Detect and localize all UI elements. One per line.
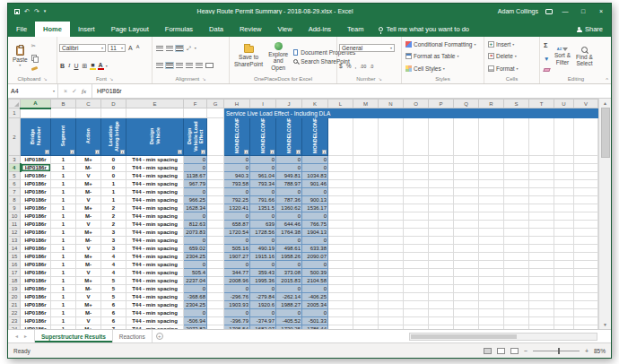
- cell-L5[interactable]: [328, 172, 353, 180]
- header-C2[interactable]: Action▼: [76, 118, 101, 156]
- tell-me-box[interactable]: Tell me what you want to do: [371, 22, 476, 37]
- underline-button[interactable]: U: [73, 63, 79, 69]
- cell-J23[interactable]: -405.52: [276, 317, 302, 325]
- cell-O3[interactable]: [404, 156, 429, 164]
- cell-U21[interactable]: [554, 301, 574, 309]
- zoom-out-icon[interactable]: −: [524, 348, 527, 354]
- cell-M15[interactable]: [353, 253, 379, 261]
- cell-O17[interactable]: [404, 269, 429, 277]
- cell-V4[interactable]: [574, 164, 598, 172]
- cell-M10[interactable]: [353, 212, 379, 221]
- horizontal-scroll-thumb[interactable]: [411, 334, 517, 339]
- cell-Q19[interactable]: [454, 285, 479, 293]
- explore-and-open-button[interactable]: Explore and Open: [266, 39, 291, 74]
- cell-I14[interactable]: 490.19: [250, 245, 276, 253]
- cell-I18[interactable]: 1995.36: [250, 277, 276, 285]
- cell-K8[interactable]: 900.13: [302, 196, 328, 204]
- cell-I3[interactable]: 0: [250, 156, 276, 164]
- header-I2[interactable]: MONDELCONFIG_3876▼: [250, 118, 276, 156]
- number-dialog-launcher-icon[interactable]: ↘: [379, 76, 382, 82]
- cell-T24[interactable]: [529, 325, 554, 330]
- cell-R7[interactable]: [479, 188, 504, 196]
- insert-cells-button[interactable]: Insert▾: [488, 41, 536, 48]
- cell-Q17[interactable]: [454, 269, 479, 277]
- filter-button-A[interactable]: ▼: [45, 150, 49, 154]
- cell-M19[interactable]: [353, 285, 379, 293]
- cell-Q21[interactable]: [454, 301, 479, 309]
- cell-I10[interactable]: 0: [250, 212, 276, 221]
- cell-N8[interactable]: [379, 196, 404, 204]
- zoom-in-icon[interactable]: +: [585, 348, 588, 354]
- cell-L12[interactable]: [328, 229, 353, 237]
- cell-C22[interactable]: M-: [76, 309, 101, 317]
- format-cells-button[interactable]: Format▾: [488, 65, 536, 72]
- cell-U13[interactable]: [554, 237, 574, 245]
- cell-F24[interactable]: 2073.83: [184, 325, 207, 330]
- cell-G16[interactable]: [207, 261, 224, 269]
- cell-T20[interactable]: [529, 293, 554, 301]
- cell-A4[interactable]: HP0186r: [21, 164, 51, 172]
- cell-I4[interactable]: 0: [250, 164, 276, 172]
- orientation-icon[interactable]: ⤢: [186, 46, 192, 51]
- cell-O8[interactable]: [404, 196, 429, 204]
- tab-data[interactable]: Data: [201, 22, 231, 37]
- cell-V15[interactable]: [574, 253, 598, 261]
- cell-I5[interactable]: 961.04: [250, 172, 276, 180]
- cell-I6[interactable]: 793.34: [250, 180, 276, 188]
- cell-M21[interactable]: [353, 301, 379, 309]
- cell-J17[interactable]: 373.08: [276, 269, 302, 277]
- cell-Q23[interactable]: [454, 317, 479, 325]
- cell-Q20[interactable]: [454, 293, 479, 301]
- cell-G12[interactable]: [207, 229, 224, 237]
- cell-G6[interactable]: [207, 180, 224, 188]
- tab-insert[interactable]: Insert: [70, 22, 103, 37]
- cell-K12[interactable]: 1904.13: [302, 229, 328, 237]
- cell-B23[interactable]: 1: [51, 317, 76, 325]
- cell-M16[interactable]: [353, 261, 379, 269]
- cell-F15[interactable]: 2304.25: [184, 253, 207, 261]
- cell-L4[interactable]: [328, 164, 353, 172]
- cell-V11[interactable]: [574, 221, 598, 229]
- row-header-10[interactable]: 10: [9, 212, 21, 221]
- cell-M17[interactable]: [353, 269, 379, 277]
- cell-N6[interactable]: [379, 180, 404, 188]
- sort-filter-button[interactable]: AZ Sort & Filter: [552, 39, 573, 74]
- save-to-sharepoint-button[interactable]: Save to SharePoint: [231, 39, 266, 74]
- cell-M22[interactable]: [353, 309, 379, 317]
- cell-V21[interactable]: [574, 301, 598, 309]
- cell-J15[interactable]: 1958.26: [276, 253, 302, 261]
- vertical-scrollbar[interactable]: ▲ ▼: [598, 99, 611, 329]
- cell-J19[interactable]: 0: [276, 285, 302, 293]
- cell-S15[interactable]: [504, 253, 529, 261]
- cell-S20[interactable]: [504, 293, 529, 301]
- col-header-P[interactable]: P: [429, 100, 454, 108]
- cell-U16[interactable]: [554, 261, 574, 269]
- cell-O15[interactable]: [404, 253, 429, 261]
- cell-S5[interactable]: [504, 172, 529, 180]
- clipboard-dialog-launcher-icon[interactable]: ↘: [43, 76, 47, 82]
- cell-A23[interactable]: HP0186r: [21, 317, 51, 325]
- cell-G19[interactable]: [207, 285, 224, 293]
- cell-V5[interactable]: [574, 172, 598, 180]
- cell-O20[interactable]: [404, 293, 429, 301]
- filter-button-H[interactable]: ▼: [244, 150, 248, 154]
- cell-D11[interactable]: 2: [101, 221, 126, 229]
- cell-J16[interactable]: 0: [276, 261, 302, 269]
- col-header-I[interactable]: I: [250, 100, 276, 108]
- cell-B13[interactable]: 1: [51, 237, 76, 245]
- row-header-19[interactable]: 19: [9, 285, 21, 293]
- row-header-14[interactable]: 14: [9, 245, 21, 253]
- cell-E11[interactable]: T44 - min spacing: [126, 221, 184, 229]
- cell-D16[interactable]: 4: [101, 261, 126, 269]
- cell-E3[interactable]: T44 - min spacing: [126, 156, 184, 164]
- cell-F21[interactable]: 2304.25: [184, 301, 207, 309]
- cell-V7[interactable]: [574, 188, 598, 196]
- cell-B8[interactable]: 1: [51, 196, 76, 204]
- col-header-K[interactable]: K: [302, 100, 328, 108]
- cell-H21[interactable]: 1903.93: [224, 301, 250, 309]
- format-as-table-button[interactable]: Format as Table▾: [405, 53, 480, 59]
- tab-review[interactable]: Review: [231, 22, 270, 37]
- cell-F4[interactable]: 0: [184, 164, 207, 172]
- cell-N17[interactable]: [379, 269, 404, 277]
- redo-icon[interactable]: ↷: [34, 8, 39, 14]
